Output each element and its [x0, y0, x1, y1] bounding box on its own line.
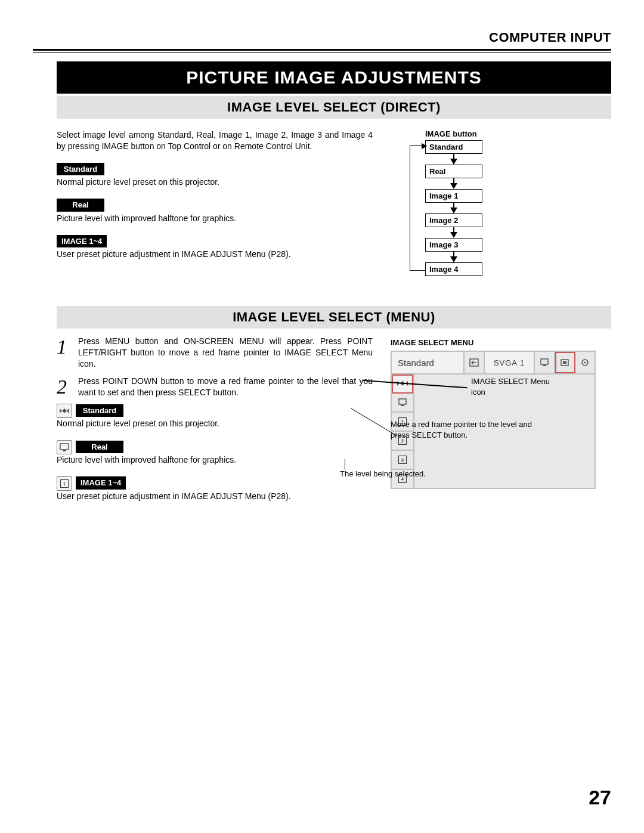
svg-rect-3 [60, 444, 69, 450]
flow-standard: Standard [425, 140, 482, 154]
svg-rect-4 [63, 450, 66, 451]
flow-image4: Image 4 [425, 262, 482, 276]
page-title: PICTURE IMAGE ADJUSTMENTS [57, 61, 611, 94]
step-number-1: 1 [57, 336, 78, 370]
tag2-standard: Standard [76, 404, 123, 417]
svg-rect-8 [543, 365, 546, 366]
rule-thick [33, 49, 611, 51]
real-icon [57, 440, 72, 454]
osd-imageselect-icon [555, 352, 575, 373]
osd-item-real [392, 394, 413, 413]
diagram-title: IMAGE button [425, 129, 611, 138]
tag-real: Real [57, 199, 104, 212]
osd-next-icon [575, 352, 595, 373]
desc2-real: Picture level with improved halftone for… [57, 454, 373, 466]
desc-image14: User preset picture adjustment in IMAGE … [57, 249, 373, 260]
standard-icon [57, 404, 72, 418]
flow-image1: Image 1 [425, 189, 482, 203]
step-2-text: Press POINT DOWN button to move a red fr… [78, 376, 373, 398]
tag-standard: Standard [57, 163, 104, 176]
svg-rect-10 [563, 361, 566, 364]
section2-heading: IMAGE LEVEL SELECT (MENU) [57, 306, 611, 329]
tag2-image14: IMAGE 1~4 [76, 476, 126, 490]
note-menu-icon: IMAGE SELECT Menu icon [471, 376, 561, 397]
svg-marker-0 [60, 408, 62, 413]
svg-rect-7 [541, 359, 548, 364]
menu-title: IMAGE SELECT MENU [391, 338, 611, 347]
desc-standard: Normal picture level preset on this proj… [57, 176, 373, 188]
desc2-image14: User preset picture adjustment in IMAGE … [57, 491, 373, 502]
section1-intro: Select image level among Standard, Real,… [57, 129, 373, 152]
osd-item-3: 3 [392, 451, 413, 470]
desc2-standard: Normal picture level preset on this proj… [57, 418, 373, 429]
svg-marker-2 [67, 408, 69, 413]
step-1-text: Press MENU button and ON-SCREEN MENU wil… [78, 336, 373, 370]
flow-image3: Image 3 [425, 238, 482, 252]
rule-thin [33, 52, 611, 53]
flow-diagram: Standard Real Image 1 Image 2 Image 3 Im… [425, 140, 611, 276]
section1-heading: IMAGE LEVEL SELECT (DIRECT) [57, 96, 611, 119]
image14-icon: 1 [57, 476, 72, 491]
osd-input-icon [465, 352, 485, 373]
note-selected-level: The level being selected. [340, 469, 495, 479]
section-header: COMPUTER INPUT [33, 30, 611, 49]
flow-real: Real [425, 165, 482, 178]
note-red-frame: Move a red frame pointer to the level an… [391, 419, 546, 440]
flow-image2: Image 2 [425, 213, 482, 227]
tag-image14: IMAGE 1~4 [57, 235, 107, 248]
svg-point-12 [584, 362, 586, 364]
desc-real: Picture level with improved halftone for… [57, 213, 373, 224]
svg-marker-1 [62, 408, 67, 413]
osd-current-label: Standard [392, 352, 465, 373]
page-number: 27 [589, 786, 611, 809]
osd-signal: SVGA 1 [485, 352, 535, 373]
svg-rect-16 [399, 399, 406, 404]
osd-pc-icon [535, 352, 555, 373]
tag2-real: Real [76, 441, 123, 454]
svg-rect-17 [401, 405, 404, 406]
step-number-2: 2 [57, 376, 78, 398]
